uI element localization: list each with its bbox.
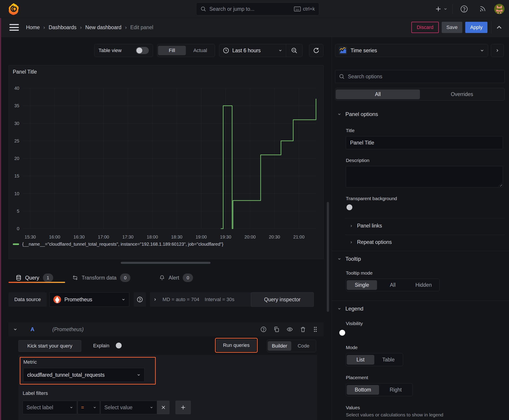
svg-text:16:30: 16:30 xyxy=(73,234,85,239)
collapse-pane-icon[interactable] xyxy=(495,23,503,31)
option-table[interactable]: Table xyxy=(375,355,403,365)
refresh-icon xyxy=(313,47,319,54)
option-actual[interactable]: Actual xyxy=(186,46,214,55)
table-view-control: Table view xyxy=(94,44,153,57)
legend-header: Legend xyxy=(345,306,363,312)
chart-legend[interactable]: {__name__="cloudflared_tunnel_total_requ… xyxy=(13,242,223,247)
kick-start-query-button[interactable]: Kick start your query xyxy=(18,340,81,352)
new-menu-button[interactable] xyxy=(435,5,448,14)
section-tooltip[interactable]: Tooltip xyxy=(337,256,361,262)
section-panel-options[interactable]: Panel options xyxy=(337,111,378,117)
options-interval: Interval = 30s xyxy=(205,297,235,302)
save-button[interactable]: Save xyxy=(442,22,462,33)
tab-alert[interactable]: Alert 0 xyxy=(159,273,193,283)
toggle-visibility-icon[interactable] xyxy=(286,326,293,332)
svg-text:19:00: 19:00 xyxy=(196,234,207,239)
help-icon[interactable] xyxy=(460,5,468,13)
select-value-dropdown[interactable]: Select value xyxy=(100,401,157,414)
option-bottom[interactable]: Bottom xyxy=(347,385,379,395)
bell-icon xyxy=(159,275,165,281)
datasource-label-chip: Data source xyxy=(8,292,47,307)
zoom-out-icon[interactable] xyxy=(286,44,302,57)
run-queries-button[interactable]: Run queries xyxy=(217,339,256,351)
svg-text:20:30: 20:30 xyxy=(269,234,280,239)
tab-transform-data[interactable]: Transform data 0 xyxy=(72,273,130,283)
keyboard-icon xyxy=(294,7,301,11)
panel-title-input[interactable] xyxy=(346,136,503,149)
breadcrumb-item-new-dashboard[interactable]: New dashboard xyxy=(85,24,122,30)
label-filters-label: Label filters xyxy=(23,390,48,396)
chevron-down-icon xyxy=(122,298,125,301)
legend-series-label: {__name__="cloudflared_tunnel_total_requ… xyxy=(22,242,223,247)
refresh-button[interactable] xyxy=(309,44,323,57)
time-series-chart[interactable]: 051015202530354015:3016:0016:3017:0017:3… xyxy=(9,65,324,259)
svg-text:15:30: 15:30 xyxy=(25,234,36,239)
time-range-picker[interactable]: Last 6 hours xyxy=(219,47,286,54)
tab-overrides[interactable]: Overrides xyxy=(420,90,504,99)
actions-divider xyxy=(491,21,491,33)
metric-select[interactable]: cloudflared_tunnel_total_requests xyxy=(23,368,144,382)
visualization-picker[interactable]: Time series xyxy=(335,44,488,57)
option-fill[interactable]: Fill xyxy=(158,46,186,55)
breadcrumb-item-edit-panel: Edit panel xyxy=(130,24,153,30)
option-list[interactable]: List xyxy=(347,355,374,365)
datasource-help-button[interactable] xyxy=(134,292,146,307)
collapse-sidebar-button[interactable] xyxy=(491,44,504,57)
tooltip-header: Tooltip xyxy=(345,256,361,262)
user-avatar[interactable] xyxy=(494,4,504,14)
breadcrumb-item-home[interactable]: Home xyxy=(26,24,40,30)
query-options-summary[interactable]: MD = auto = 704 Interval = 30s xyxy=(150,292,251,307)
chevron-down-icon xyxy=(278,48,282,52)
add-filter-button[interactable] xyxy=(175,401,191,414)
explain-label: Explain xyxy=(93,343,109,349)
section-legend[interactable]: Legend xyxy=(337,306,363,312)
drag-handle-icon[interactable] xyxy=(313,326,318,333)
svg-text:18:00: 18:00 xyxy=(147,234,158,239)
search-options-input[interactable]: Search options xyxy=(335,70,505,83)
search-icon xyxy=(339,74,345,79)
main-scrollbar[interactable] xyxy=(327,202,329,312)
apply-button[interactable]: Apply xyxy=(465,22,487,33)
remove-filter-button[interactable] xyxy=(157,401,169,414)
section-repeat-options[interactable]: Repeat options xyxy=(349,239,392,245)
tab-query[interactable]: Query 1 xyxy=(16,273,53,283)
grafana-edit-panel-app: Search or jump to... ctrl+k xyxy=(0,0,509,420)
section-panel-links[interactable]: Panel links xyxy=(349,223,382,229)
select-label-dropdown[interactable]: Select label xyxy=(23,401,77,414)
option-single[interactable]: Single xyxy=(347,280,377,290)
query-row-header[interactable]: A (Prometheus) xyxy=(8,322,324,336)
query-help-icon[interactable] xyxy=(260,326,267,332)
description-textarea[interactable] xyxy=(346,166,503,187)
query-inspector-button[interactable]: Query inspector xyxy=(251,292,314,307)
svg-text:18:30: 18:30 xyxy=(171,234,182,239)
grafana-logo[interactable] xyxy=(8,3,19,16)
global-search[interactable]: Search or jump to... ctrl+k xyxy=(196,2,319,15)
table-view-toggle[interactable] xyxy=(136,47,149,54)
breadcrumb-item-dashboards[interactable]: Dashboards xyxy=(49,24,76,30)
operator-dropdown[interactable]: = xyxy=(78,401,100,414)
option-right[interactable]: Right xyxy=(380,385,412,395)
discard-button[interactable]: Discard xyxy=(411,22,439,33)
tab-all[interactable]: All xyxy=(336,90,420,99)
duplicate-query-icon[interactable] xyxy=(273,326,280,332)
panel-resize-handle[interactable] xyxy=(121,262,211,264)
select-value-placeholder: Select value xyxy=(104,405,150,411)
option-builder[interactable]: Builder xyxy=(268,341,291,351)
datasource-picker[interactable]: Prometheus xyxy=(49,292,129,307)
delete-query-icon[interactable] xyxy=(300,326,306,332)
run-queries-highlight: Run queries xyxy=(215,338,258,353)
repeat-options-label: Repeat options xyxy=(357,239,392,245)
option-all[interactable]: All xyxy=(378,280,408,290)
option-code[interactable]: Code xyxy=(292,341,315,351)
collapse-query-icon[interactable] xyxy=(13,327,17,332)
panel-links-label: Panel links xyxy=(357,223,382,229)
menu-toggle-button[interactable] xyxy=(9,23,19,32)
query-ref-id: A xyxy=(30,326,34,332)
datasource-label: Data source xyxy=(14,297,41,302)
time-range-control: Last 6 hours xyxy=(219,44,303,57)
option-hidden[interactable]: Hidden xyxy=(409,280,439,290)
news-rss-icon[interactable] xyxy=(479,5,486,13)
builder-code-switch: Builder Code xyxy=(267,340,316,352)
svg-text:16:00: 16:00 xyxy=(49,234,60,239)
breadcrumb: Home›Dashboards›New dashboard›Edit panel xyxy=(26,18,153,37)
